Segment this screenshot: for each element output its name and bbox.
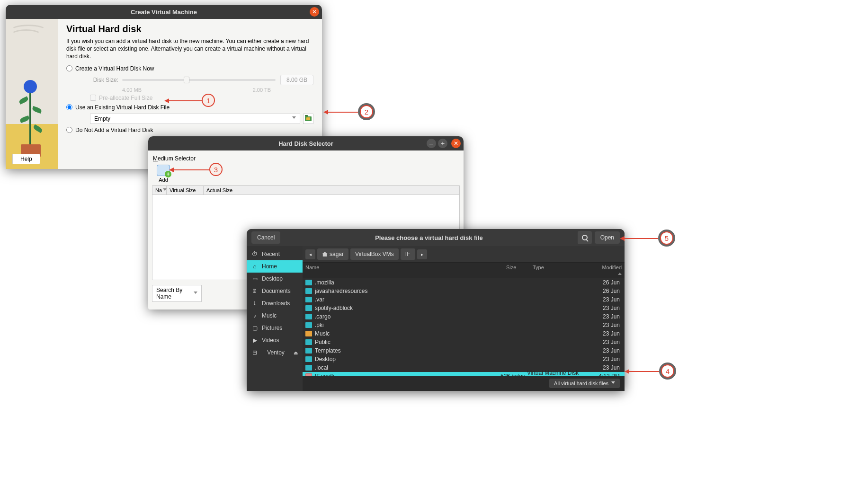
file-row[interactable]: .cargo23 Jun xyxy=(303,312,625,321)
sidebar-item-recent[interactable]: ⏱Recent xyxy=(247,248,303,260)
sidebar-item-downloads[interactable]: ⤓Downloads xyxy=(247,297,303,309)
radio-use-existing[interactable]: Use an Existing Virtual Hard Disk File xyxy=(66,104,313,111)
crumb-folder[interactable]: VirtualBox VMs xyxy=(350,248,399,260)
minimize-icon[interactable]: – xyxy=(427,139,436,148)
crumb-folder[interactable]: IF xyxy=(401,248,415,260)
file-name: javasharedresources xyxy=(315,288,500,294)
close-icon[interactable]: ✕ xyxy=(310,7,319,17)
file-row[interactable]: IF.vmdk536 bytesVirtual Machine Disk For… xyxy=(303,372,625,376)
disk-size-slider[interactable] xyxy=(122,79,276,81)
sidebar-item-label: Desktop xyxy=(262,275,283,282)
sidebar-item-label: Downloads xyxy=(262,300,290,307)
chevron-down-icon xyxy=(611,381,615,386)
home-icon xyxy=(322,252,328,256)
radio-no-disk[interactable]: Do Not Add a Virtual Hard Disk xyxy=(66,127,313,133)
file-list[interactable]: .mozilla26 Junjavasharedresources26 Jun.… xyxy=(303,278,625,376)
file-name: Music xyxy=(315,330,500,337)
slider-range-labels: 4.00 MB 2.00 TB xyxy=(122,87,271,93)
sidebar-item-home[interactable]: ⌂Home xyxy=(247,260,303,273)
page-description: If you wish you can add a virtual hard d… xyxy=(66,37,312,61)
file-chooser-window: Cancel Please choose a virtual hard disk… xyxy=(247,229,625,391)
place-icon: ▶ xyxy=(251,337,258,344)
file-modified: 26 Jun xyxy=(593,279,622,286)
sidebar-item-videos[interactable]: ▶Videos xyxy=(247,334,303,346)
file-modified: 23 Jun xyxy=(593,347,622,354)
sidebar-item-label: Music xyxy=(262,312,277,319)
file-modified: 23 Jun xyxy=(593,313,622,320)
chevron-down-icon xyxy=(194,292,197,296)
browse-disk-button[interactable] xyxy=(303,114,313,124)
col-size[interactable]: Size xyxy=(503,263,530,278)
close-icon[interactable]: ✕ xyxy=(451,139,461,148)
file-row[interactable]: spotify-adblock23 Jun xyxy=(303,304,625,312)
sidebar-item-desktop[interactable]: ▭Desktop xyxy=(247,273,303,285)
file-table-header: Name Size Type Modified xyxy=(303,262,625,278)
col-type[interactable]: Type xyxy=(530,263,596,278)
search-icon xyxy=(582,235,588,240)
open-button[interactable]: Open xyxy=(595,231,620,244)
file-row[interactable]: .mozilla26 Jun xyxy=(303,278,625,287)
file-row[interactable]: Public23 Jun xyxy=(303,338,625,346)
add-disk-button[interactable]: Add xyxy=(154,165,173,183)
folder-icon xyxy=(305,314,312,319)
col-name[interactable]: Na xyxy=(152,186,167,195)
crumb-home[interactable]: sagar xyxy=(317,248,348,260)
sidebar-item-ventoy[interactable]: ⊟Ventoy⏏ xyxy=(247,346,303,359)
file-name: Public xyxy=(315,339,500,345)
radio-label: Create a Virtual Hard Disk Now xyxy=(75,65,154,72)
search-button[interactable] xyxy=(578,231,592,244)
crumb-forward[interactable]: ▸ xyxy=(417,249,427,259)
file-row[interactable]: .pki23 Jun xyxy=(303,321,625,329)
col-name[interactable]: Name xyxy=(303,263,503,278)
sort-asc-icon xyxy=(618,271,622,275)
folder-icon xyxy=(305,348,312,354)
place-icon: ▢ xyxy=(251,325,258,331)
col-virtual-size[interactable]: Virtual Size xyxy=(167,186,204,195)
file-type-filter[interactable]: All virtual hard disk files xyxy=(549,379,620,388)
file-modified: 23 Jun xyxy=(593,364,622,371)
sidebar-item-music[interactable]: ♪Music xyxy=(247,309,303,322)
radio-create-new[interactable]: Create a Virtual Hard Disk Now xyxy=(66,65,313,72)
col-actual-size[interactable]: Actual Size xyxy=(204,186,459,195)
file-name: Desktop xyxy=(315,356,500,363)
eject-icon[interactable]: ⏏ xyxy=(294,350,298,355)
file-row[interactable]: .var23 Jun xyxy=(303,295,625,304)
sidebar-item-label: Recent xyxy=(262,251,280,257)
file-type: Virtual Machine Disk Format xyxy=(527,370,593,376)
radio-input[interactable] xyxy=(66,127,72,133)
help-button[interactable]: Help xyxy=(12,154,40,164)
file-name: .pki xyxy=(315,322,500,328)
sidebar-item-documents[interactable]: 🗎Documents xyxy=(247,285,303,297)
sidebar-item-pictures[interactable]: ▢Pictures xyxy=(247,322,303,334)
file-name: .local xyxy=(315,364,500,371)
preallocate-checkbox[interactable]: Pre-allocate Full Size xyxy=(90,95,313,101)
file-name: Templates xyxy=(315,347,500,354)
col-modified[interactable]: Modified xyxy=(596,263,625,278)
folder-icon xyxy=(305,297,312,302)
section-label: Medium Selector xyxy=(153,155,460,162)
crumb-back[interactable]: ◂ xyxy=(305,249,315,259)
file-row[interactable]: Templates23 Jun xyxy=(303,346,625,355)
file-name: .mozilla xyxy=(315,279,500,286)
wizard-illustration xyxy=(6,19,58,169)
filter-label: All virtual hard disk files xyxy=(554,380,608,386)
cancel-button[interactable]: Cancel xyxy=(251,231,280,244)
disk-size-value[interactable]: 8.00 GB xyxy=(280,75,313,85)
checkbox-label: Pre-allocate Full Size xyxy=(99,95,152,101)
file-row[interactable]: Desktop23 Jun xyxy=(303,355,625,363)
file-modified: 26 Jun xyxy=(593,288,622,294)
file-modified: 23 Jun xyxy=(593,322,622,328)
maximize-icon[interactable]: + xyxy=(438,139,447,148)
file-row[interactable]: javasharedresources26 Jun xyxy=(303,287,625,295)
annotation-5: 5 xyxy=(660,231,673,245)
search-by-name-select[interactable]: Search By Name xyxy=(152,285,202,302)
file-name: spotify-adblock xyxy=(315,305,500,311)
file-row[interactable]: Music23 Jun xyxy=(303,329,625,338)
folder-icon xyxy=(305,288,312,294)
radio-input[interactable] xyxy=(66,104,72,110)
file-chooser-header: Cancel Please choose a virtual hard disk… xyxy=(247,229,625,246)
places-sidebar: ⏱Recent⌂Home▭Desktop🗎Documents⤓Downloads… xyxy=(247,246,303,391)
file-modified: 23 Jun xyxy=(593,339,622,345)
radio-input[interactable] xyxy=(66,65,72,71)
existing-disk-select[interactable]: Empty xyxy=(90,114,300,124)
